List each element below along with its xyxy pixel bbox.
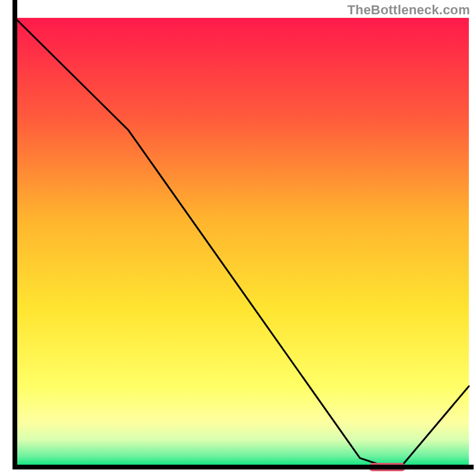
watermark-text: TheBottleneck.com (347, 2, 470, 18)
chart-container: TheBottleneck.com (0, 0, 476, 476)
bottleneck-chart (0, 0, 476, 476)
